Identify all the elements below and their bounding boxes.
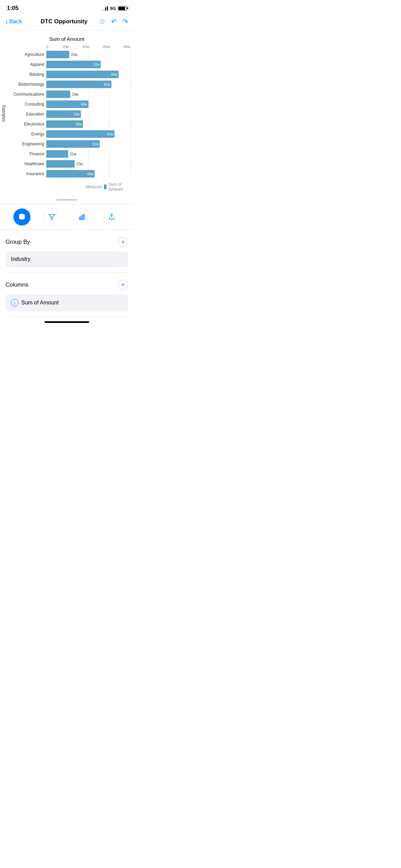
handle-bar: [57, 199, 77, 201]
bar-label: Communications: [7, 92, 44, 97]
home-indicator: [0, 317, 134, 326]
redo-icon[interactable]: ↷: [122, 17, 128, 26]
group-by-section: Group By + Industry: [5, 230, 128, 267]
bar-value-inside: 33м: [73, 112, 80, 116]
toolbar-export-button[interactable]: [103, 208, 120, 226]
toolbar-filter-button[interactable]: [43, 208, 60, 226]
bar-row: Engineering51м: [46, 140, 130, 148]
bar-value-outside: 27м: [75, 162, 83, 166]
group-by-title: Group By: [5, 239, 30, 245]
bar-fill: 40м: [46, 100, 88, 108]
chart-section: Sum of Amount Industry 0 20м 40м 60м 80м…: [0, 31, 134, 196]
bar-chart: Agriculture22мApparel52мBanking69мBiotec…: [46, 50, 130, 178]
bar-row: Healthcare27м: [46, 159, 130, 168]
bar-label: Healthcare: [7, 161, 44, 166]
bar-label: Education: [7, 112, 44, 117]
toolbar: [0, 204, 134, 230]
bar-track: 21м: [46, 150, 130, 158]
bar-label: Energy: [7, 132, 44, 136]
chart-title: Sum of Amount: [0, 36, 134, 42]
bar-row: Banking69м: [46, 70, 130, 79]
group-by-header: Group By +: [5, 237, 128, 247]
bar-fill: 27м: [46, 160, 75, 168]
bar-label: Biotechnology: [7, 82, 44, 87]
bar-label: Insurance: [7, 171, 44, 176]
bar-row: Communications23м: [46, 90, 130, 99]
x-axis: 0 20м 40м 60м 80м: [46, 45, 130, 49]
bar-fill: 33м: [46, 110, 81, 118]
bar-value-inside: 62м: [104, 83, 110, 86]
bar-track: 46м: [46, 170, 130, 178]
status-icons: 5G: [102, 6, 127, 11]
columns-tag-label: Sum of Amount: [21, 300, 59, 306]
bar-track: 35м: [46, 120, 130, 128]
export-icon: [108, 214, 115, 220]
bar-value-inside: 69м: [111, 73, 117, 76]
chart-icon: [78, 214, 85, 220]
bar-value-outside: 22м: [70, 53, 77, 57]
bar-fill: 46м: [46, 170, 95, 178]
bar-fill: 51м: [46, 140, 100, 148]
bar-track: 27м: [46, 160, 130, 168]
bar-fill: 35м: [46, 120, 83, 128]
toolbar-data-button[interactable]: [13, 208, 31, 226]
star-icon[interactable]: ☆: [99, 17, 106, 26]
bar-value-inside: 35м: [75, 122, 82, 126]
chart-legend: Measure Sum of Amount: [46, 179, 130, 193]
bar-value-inside: 46м: [87, 172, 93, 176]
status-bar: 1:05 5G: [0, 0, 134, 14]
bar-track: 65м: [46, 130, 130, 138]
bar-label: Apparel: [7, 62, 44, 67]
signal-icon: [102, 6, 108, 11]
bar-row: Finance21м: [46, 149, 130, 158]
bar-row: Apparel52м: [46, 60, 130, 69]
undo-icon[interactable]: ↶: [111, 17, 117, 26]
bar-track: 33м: [46, 110, 130, 118]
bar-value-inside: 52м: [93, 63, 99, 67]
group-by-tag[interactable]: Industry: [5, 251, 128, 267]
bar-track: 69м: [46, 71, 130, 78]
bar-row: Agriculture22м: [46, 50, 130, 59]
bar-label: Banking: [7, 72, 44, 77]
bar-fill: 69м: [46, 71, 119, 78]
bar-fill: 23м: [46, 91, 70, 98]
svg-rect-3: [81, 216, 82, 220]
bar-value-inside: 51м: [92, 142, 98, 146]
page-title: DTC Opportunity: [29, 18, 99, 25]
filter-icon: [48, 214, 55, 220]
status-time: 1:05: [7, 5, 19, 12]
svg-rect-2: [79, 217, 80, 220]
back-label: Back: [9, 18, 22, 25]
group-by-add-button[interactable]: +: [118, 237, 128, 247]
network-label: 5G: [110, 6, 116, 11]
bar-fill: 62м: [46, 81, 111, 88]
columns-title: Columns: [5, 281, 28, 288]
battery-icon: [118, 6, 127, 11]
bar-track: 22м: [46, 51, 130, 58]
bar-value-inside: 40м: [81, 103, 87, 106]
bar-track: 52м: [46, 61, 130, 68]
bar-label: Agriculture: [7, 52, 44, 57]
columns-add-button[interactable]: +: [118, 280, 128, 290]
legend-measure-label: Measure: [86, 184, 102, 189]
toolbar-chart-button[interactable]: [73, 208, 90, 226]
legend-value-label: Sum of Amount: [109, 182, 125, 192]
legend-color-swatch: [104, 184, 107, 189]
bar-fill: 22м: [46, 51, 69, 58]
y-axis-label: Industry: [1, 116, 6, 122]
svg-rect-4: [83, 215, 84, 220]
bar-fill: 65м: [46, 130, 114, 138]
bar-track: 51м: [46, 140, 130, 148]
bar-label: Consulting: [7, 102, 44, 107]
bar-label: Finance: [7, 152, 44, 156]
bar-value-outside: 23м: [71, 93, 78, 96]
home-bar: [45, 321, 89, 323]
columns-header: Columns +: [5, 280, 128, 290]
back-button[interactable]: ‹ Back: [5, 18, 29, 26]
group-by-tag-label: Industry: [11, 256, 31, 262]
chart-container: 0 20м 40м 60м 80м Agriculture22мApparel5…: [7, 45, 134, 193]
layers-icon: [18, 213, 26, 221]
bottom-handle: [0, 196, 134, 204]
svg-marker-1: [49, 215, 55, 220]
columns-tag[interactable]: ↕ Sum of Amount: [5, 294, 128, 311]
